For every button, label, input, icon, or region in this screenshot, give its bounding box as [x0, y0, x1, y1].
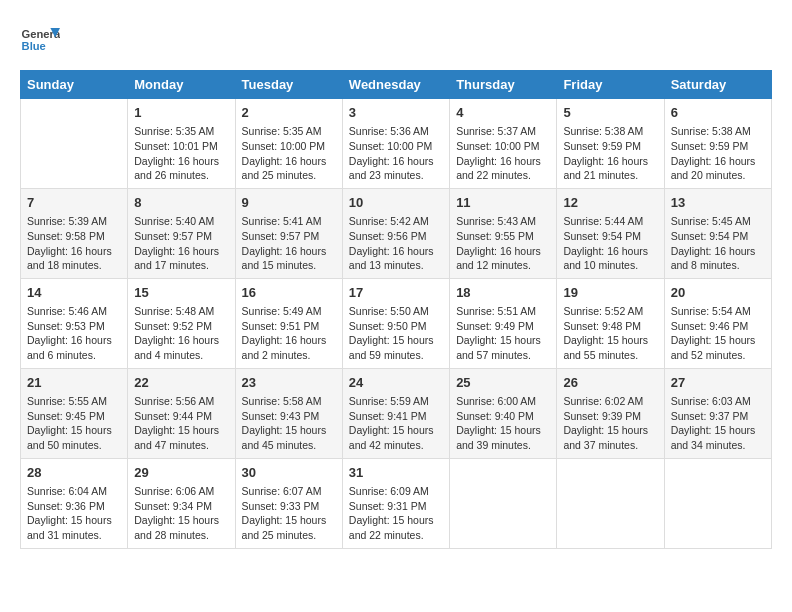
cell-content: Sunrise: 5:36 AM Sunset: 10:00 PM Daylig… — [349, 124, 443, 183]
day-number: 4 — [456, 104, 550, 122]
cell-content: Sunrise: 6:09 AM Sunset: 9:31 PM Dayligh… — [349, 484, 443, 543]
calendar-cell: 6Sunrise: 5:38 AM Sunset: 9:59 PM Daylig… — [664, 99, 771, 189]
svg-text:Blue: Blue — [22, 40, 46, 52]
cell-content: Sunrise: 5:58 AM Sunset: 9:43 PM Dayligh… — [242, 394, 336, 453]
day-number: 7 — [27, 194, 121, 212]
day-number: 20 — [671, 284, 765, 302]
calendar-cell — [664, 458, 771, 548]
calendar-cell: 9Sunrise: 5:41 AM Sunset: 9:57 PM Daylig… — [235, 188, 342, 278]
day-number: 21 — [27, 374, 121, 392]
cell-content: Sunrise: 5:49 AM Sunset: 9:51 PM Dayligh… — [242, 304, 336, 363]
day-number: 6 — [671, 104, 765, 122]
weekday-header-thursday: Thursday — [450, 71, 557, 99]
calendar-cell — [21, 99, 128, 189]
day-number: 22 — [134, 374, 228, 392]
header: General Blue — [20, 20, 772, 60]
day-number: 1 — [134, 104, 228, 122]
calendar-cell: 19Sunrise: 5:52 AM Sunset: 9:48 PM Dayli… — [557, 278, 664, 368]
calendar-cell: 23Sunrise: 5:58 AM Sunset: 9:43 PM Dayli… — [235, 368, 342, 458]
cell-content: Sunrise: 6:04 AM Sunset: 9:36 PM Dayligh… — [27, 484, 121, 543]
weekday-header-saturday: Saturday — [664, 71, 771, 99]
week-row-2: 7Sunrise: 5:39 AM Sunset: 9:58 PM Daylig… — [21, 188, 772, 278]
calendar-cell: 4Sunrise: 5:37 AM Sunset: 10:00 PM Dayli… — [450, 99, 557, 189]
calendar-cell: 7Sunrise: 5:39 AM Sunset: 9:58 PM Daylig… — [21, 188, 128, 278]
calendar-cell: 26Sunrise: 6:02 AM Sunset: 9:39 PM Dayli… — [557, 368, 664, 458]
cell-content: Sunrise: 5:51 AM Sunset: 9:49 PM Dayligh… — [456, 304, 550, 363]
calendar-cell: 20Sunrise: 5:54 AM Sunset: 9:46 PM Dayli… — [664, 278, 771, 368]
week-row-1: 1Sunrise: 5:35 AM Sunset: 10:01 PM Dayli… — [21, 99, 772, 189]
calendar-cell: 24Sunrise: 5:59 AM Sunset: 9:41 PM Dayli… — [342, 368, 449, 458]
logo: General Blue — [20, 20, 64, 60]
day-number: 28 — [27, 464, 121, 482]
cell-content: Sunrise: 6:03 AM Sunset: 9:37 PM Dayligh… — [671, 394, 765, 453]
day-number: 30 — [242, 464, 336, 482]
weekday-header-tuesday: Tuesday — [235, 71, 342, 99]
calendar-cell: 8Sunrise: 5:40 AM Sunset: 9:57 PM Daylig… — [128, 188, 235, 278]
day-number: 10 — [349, 194, 443, 212]
cell-content: Sunrise: 5:45 AM Sunset: 9:54 PM Dayligh… — [671, 214, 765, 273]
cell-content: Sunrise: 5:48 AM Sunset: 9:52 PM Dayligh… — [134, 304, 228, 363]
weekday-header-row: SundayMondayTuesdayWednesdayThursdayFrid… — [21, 71, 772, 99]
day-number: 11 — [456, 194, 550, 212]
week-row-3: 14Sunrise: 5:46 AM Sunset: 9:53 PM Dayli… — [21, 278, 772, 368]
calendar-cell: 14Sunrise: 5:46 AM Sunset: 9:53 PM Dayli… — [21, 278, 128, 368]
day-number: 15 — [134, 284, 228, 302]
day-number: 13 — [671, 194, 765, 212]
cell-content: Sunrise: 5:35 AM Sunset: 10:00 PM Daylig… — [242, 124, 336, 183]
calendar-cell: 16Sunrise: 5:49 AM Sunset: 9:51 PM Dayli… — [235, 278, 342, 368]
day-number: 26 — [563, 374, 657, 392]
cell-content: Sunrise: 5:39 AM Sunset: 9:58 PM Dayligh… — [27, 214, 121, 273]
cell-content: Sunrise: 5:43 AM Sunset: 9:55 PM Dayligh… — [456, 214, 550, 273]
cell-content: Sunrise: 5:40 AM Sunset: 9:57 PM Dayligh… — [134, 214, 228, 273]
calendar-cell: 10Sunrise: 5:42 AM Sunset: 9:56 PM Dayli… — [342, 188, 449, 278]
day-number: 2 — [242, 104, 336, 122]
calendar-cell — [450, 458, 557, 548]
day-number: 31 — [349, 464, 443, 482]
calendar-cell: 17Sunrise: 5:50 AM Sunset: 9:50 PM Dayli… — [342, 278, 449, 368]
cell-content: Sunrise: 5:41 AM Sunset: 9:57 PM Dayligh… — [242, 214, 336, 273]
calendar-cell: 28Sunrise: 6:04 AM Sunset: 9:36 PM Dayli… — [21, 458, 128, 548]
day-number: 19 — [563, 284, 657, 302]
calendar-cell: 30Sunrise: 6:07 AM Sunset: 9:33 PM Dayli… — [235, 458, 342, 548]
weekday-header-sunday: Sunday — [21, 71, 128, 99]
calendar-cell: 25Sunrise: 6:00 AM Sunset: 9:40 PM Dayli… — [450, 368, 557, 458]
cell-content: Sunrise: 5:37 AM Sunset: 10:00 PM Daylig… — [456, 124, 550, 183]
day-number: 17 — [349, 284, 443, 302]
day-number: 12 — [563, 194, 657, 212]
day-number: 27 — [671, 374, 765, 392]
calendar-cell: 18Sunrise: 5:51 AM Sunset: 9:49 PM Dayli… — [450, 278, 557, 368]
cell-content: Sunrise: 5:44 AM Sunset: 9:54 PM Dayligh… — [563, 214, 657, 273]
calendar-cell: 22Sunrise: 5:56 AM Sunset: 9:44 PM Dayli… — [128, 368, 235, 458]
day-number: 5 — [563, 104, 657, 122]
cell-content: Sunrise: 5:50 AM Sunset: 9:50 PM Dayligh… — [349, 304, 443, 363]
cell-content: Sunrise: 6:07 AM Sunset: 9:33 PM Dayligh… — [242, 484, 336, 543]
day-number: 25 — [456, 374, 550, 392]
cell-content: Sunrise: 6:00 AM Sunset: 9:40 PM Dayligh… — [456, 394, 550, 453]
calendar-cell: 12Sunrise: 5:44 AM Sunset: 9:54 PM Dayli… — [557, 188, 664, 278]
day-number: 14 — [27, 284, 121, 302]
cell-content: Sunrise: 5:38 AM Sunset: 9:59 PM Dayligh… — [563, 124, 657, 183]
calendar-cell: 27Sunrise: 6:03 AM Sunset: 9:37 PM Dayli… — [664, 368, 771, 458]
day-number: 8 — [134, 194, 228, 212]
day-number: 3 — [349, 104, 443, 122]
cell-content: Sunrise: 5:42 AM Sunset: 9:56 PM Dayligh… — [349, 214, 443, 273]
calendar-cell: 3Sunrise: 5:36 AM Sunset: 10:00 PM Dayli… — [342, 99, 449, 189]
day-number: 23 — [242, 374, 336, 392]
calendar-cell: 15Sunrise: 5:48 AM Sunset: 9:52 PM Dayli… — [128, 278, 235, 368]
week-row-5: 28Sunrise: 6:04 AM Sunset: 9:36 PM Dayli… — [21, 458, 772, 548]
day-number: 9 — [242, 194, 336, 212]
day-number: 24 — [349, 374, 443, 392]
calendar-cell: 29Sunrise: 6:06 AM Sunset: 9:34 PM Dayli… — [128, 458, 235, 548]
calendar-cell: 2Sunrise: 5:35 AM Sunset: 10:00 PM Dayli… — [235, 99, 342, 189]
calendar-cell: 31Sunrise: 6:09 AM Sunset: 9:31 PM Dayli… — [342, 458, 449, 548]
calendar-cell: 11Sunrise: 5:43 AM Sunset: 9:55 PM Dayli… — [450, 188, 557, 278]
cell-content: Sunrise: 5:38 AM Sunset: 9:59 PM Dayligh… — [671, 124, 765, 183]
calendar-cell: 1Sunrise: 5:35 AM Sunset: 10:01 PM Dayli… — [128, 99, 235, 189]
weekday-header-friday: Friday — [557, 71, 664, 99]
cell-content: Sunrise: 6:02 AM Sunset: 9:39 PM Dayligh… — [563, 394, 657, 453]
weekday-header-monday: Monday — [128, 71, 235, 99]
cell-content: Sunrise: 5:52 AM Sunset: 9:48 PM Dayligh… — [563, 304, 657, 363]
weekday-header-wednesday: Wednesday — [342, 71, 449, 99]
cell-content: Sunrise: 5:55 AM Sunset: 9:45 PM Dayligh… — [27, 394, 121, 453]
week-row-4: 21Sunrise: 5:55 AM Sunset: 9:45 PM Dayli… — [21, 368, 772, 458]
